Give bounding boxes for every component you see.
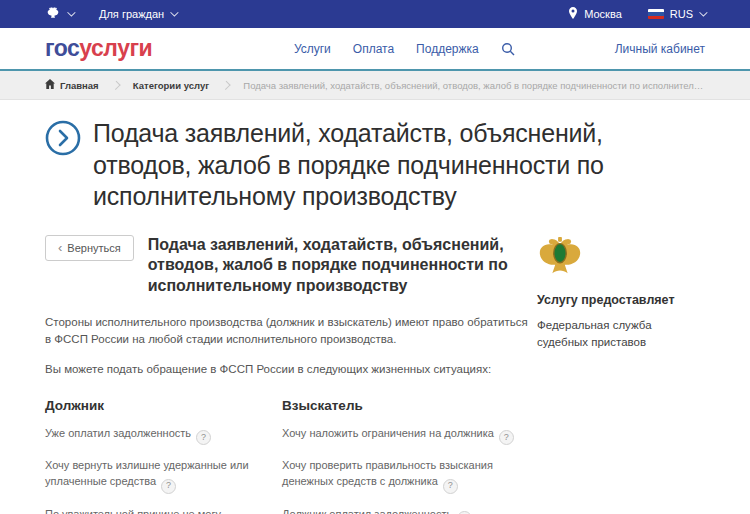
provider-name: Федеральная служба судебных приставов [537, 317, 705, 352]
breadcrumb: Главная Категории услуг Подача заявлений… [0, 71, 750, 100]
service-arrow-circle-icon [45, 120, 81, 156]
chevron-down-icon [699, 8, 707, 16]
help-icon[interactable]: ? [499, 430, 514, 445]
back-button[interactable]: ‹ Вернуться [45, 235, 134, 261]
list-item[interactable]: Уже оплатил задолженность? [45, 425, 270, 445]
help-icon[interactable]: ? [196, 430, 211, 445]
help-icon[interactable]: ? [443, 479, 458, 494]
situations-lead: Вы можете подать обращение в ФССП России… [45, 361, 533, 378]
column-header-debtor: Должник [45, 398, 270, 413]
back-button-label: Вернуться [67, 242, 120, 254]
service-subtitle: Подача заявлений, ходатайств, объяснений… [148, 235, 535, 297]
search-icon[interactable] [501, 42, 515, 56]
chevron-down-icon [67, 8, 75, 16]
debtor-column: Должник Уже оплатил задолженность? Хочу … [45, 398, 270, 514]
breadcrumb-separator-icon [111, 80, 120, 89]
nav-support[interactable]: Поддержка [416, 42, 479, 56]
gosuslugi-logo[interactable]: госуслуги [45, 35, 152, 62]
personal-account-link[interactable]: Личный кабинет [615, 42, 705, 56]
list-item[interactable]: Хочу вернуть излишне удержанные или упла… [45, 457, 270, 494]
language-label: RUS [670, 8, 693, 20]
list-item-label: Хочу вернуть излишне удержанные или упла… [45, 459, 249, 488]
list-item[interactable]: Хочу проверить правильность взыскания де… [282, 457, 535, 494]
state-emblem-icon [45, 5, 61, 23]
audience-label: Для граждан [99, 8, 164, 20]
breadcrumb-categories[interactable]: Категории услуг [133, 80, 209, 91]
state-emblem-menu[interactable] [45, 5, 73, 23]
column-header-creditor: Взыскатель [282, 398, 535, 413]
home-icon [45, 79, 55, 91]
breadcrumb-home-label: Главная [60, 80, 99, 91]
logo-text-red: услуги [79, 35, 152, 61]
topbar: Для граждан Москва RUS [0, 0, 750, 28]
main-nav: Услуги Оплата Поддержка Личный кабинет [294, 42, 705, 56]
location-selector[interactable]: Москва [568, 7, 622, 21]
nav-services[interactable]: Услуги [294, 42, 331, 56]
nav-payment[interactable]: Оплата [353, 42, 394, 56]
location-pin-icon [568, 7, 578, 21]
topbar-right: Москва RUS [568, 7, 705, 21]
creditor-column: Взыскатель Хочу наложить ограничения на … [282, 398, 535, 514]
intro-paragraph: Стороны исполнительного производства (до… [45, 314, 533, 349]
list-item-label: Должник оплатил задолженность [282, 508, 452, 514]
list-item[interactable]: Хочу наложить ограничения на должника? [282, 425, 535, 445]
provider-label: Услугу предоставляет [537, 293, 705, 307]
site-header: госуслуги Услуги Оплата Поддержка Личный… [0, 28, 750, 71]
subtitle-row: ‹ Вернуться Подача заявлений, ходатайств… [45, 235, 535, 297]
service-body: ‹ Вернуться Подача заявлений, ходатайств… [45, 235, 705, 514]
breadcrumb-current: Подача заявлений, ходатайств, объяснений… [243, 80, 705, 91]
chevron-left-icon: ‹ [58, 241, 62, 254]
list-item-label: По уважительной причине не могу исполнит… [45, 508, 265, 514]
gosuslugi-portal-page: Для граждан Москва RUS госуслуги Услуги [0, 0, 750, 514]
breadcrumb-home[interactable]: Главная [45, 79, 99, 91]
list-item-label: Хочу наложить ограничения на должника [282, 427, 494, 439]
language-selector[interactable]: RUS [648, 8, 705, 20]
list-item-label: Хочу проверить правильность взыскания де… [282, 459, 493, 488]
audience-selector[interactable]: Для граждан [99, 8, 176, 20]
main-content: Подача заявлений, ходатайств, объяснений… [0, 100, 750, 514]
situations-columns: Должник Уже оплатил задолженность? Хочу … [45, 398, 535, 514]
fssp-emblem-icon [537, 235, 583, 279]
provider-sidebar: Услугу предоставляет Федеральная служба … [537, 235, 705, 514]
list-item[interactable]: Должник оплатил задолженность? [282, 506, 535, 514]
title-section: Подача заявлений, ходатайств, объяснений… [45, 118, 705, 213]
service-main-column: ‹ Вернуться Подача заявлений, ходатайств… [45, 235, 535, 514]
list-item[interactable]: По уважительной причине не могу исполнит… [45, 506, 270, 514]
logo-text-blue: гос [45, 35, 79, 61]
page-title: Подача заявлений, ходатайств, объяснений… [93, 118, 703, 213]
breadcrumb-separator-icon [222, 80, 231, 89]
help-icon[interactable]: ? [161, 479, 176, 494]
russia-flag-icon [648, 9, 664, 19]
city-label: Москва [584, 8, 622, 20]
topbar-left: Для граждан [45, 5, 176, 23]
chevron-down-icon [170, 8, 178, 16]
list-item-label: Уже оплатил задолженность [45, 427, 191, 439]
